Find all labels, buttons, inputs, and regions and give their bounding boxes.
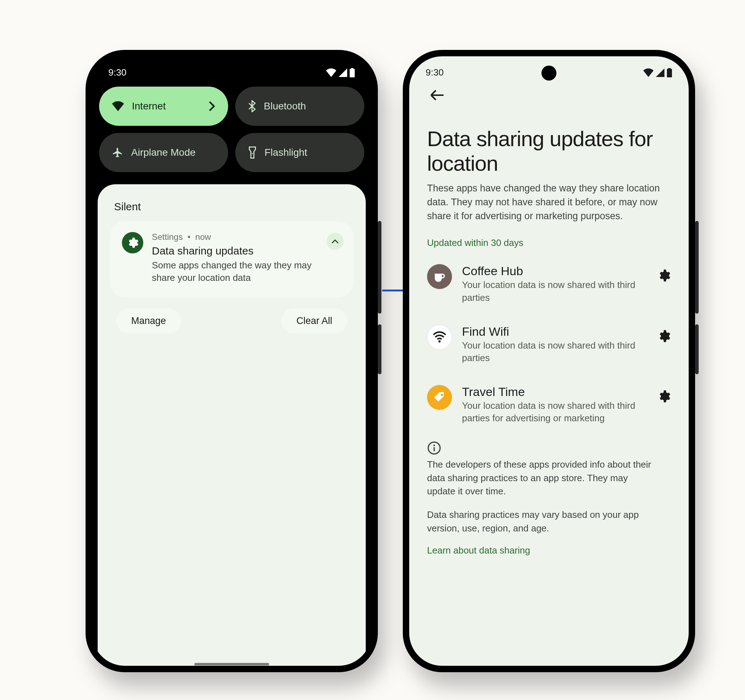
status-bar: 9:30 bbox=[92, 56, 371, 82]
gear-icon bbox=[657, 329, 671, 343]
notification-time: now bbox=[195, 232, 211, 242]
app-settings-button[interactable] bbox=[657, 389, 671, 404]
status-icons bbox=[326, 68, 355, 77]
qs-tile-label: Internet bbox=[132, 100, 166, 112]
power-button bbox=[378, 325, 381, 374]
footnote-1: The developers of these apps provided in… bbox=[427, 458, 655, 498]
notification-shade: Silent Settings • now Data sharing updat bbox=[98, 184, 366, 666]
svg-rect-4 bbox=[434, 447, 435, 451]
phone-notification-shade: 9:30 Internet Bluetooth bbox=[85, 50, 378, 672]
wifi-icon bbox=[112, 101, 124, 111]
wifi-icon bbox=[643, 69, 654, 77]
find-wifi-app-icon bbox=[427, 325, 452, 350]
volume-rocker bbox=[695, 221, 699, 314]
flashlight-icon bbox=[248, 147, 257, 159]
qs-tile-bluetooth[interactable]: Bluetooth bbox=[235, 87, 364, 126]
manage-button[interactable]: Manage bbox=[116, 308, 181, 334]
coffee-hub-app-icon bbox=[427, 264, 452, 289]
qs-tile-label: Airplane Mode bbox=[131, 147, 196, 158]
gear-icon bbox=[657, 389, 671, 404]
app-settings-button[interactable] bbox=[657, 268, 671, 283]
app-name: Find Wifi bbox=[462, 325, 646, 339]
qs-tile-airplane[interactable]: Airplane Mode bbox=[99, 133, 228, 172]
app-row-travel-time[interactable]: Travel Time Your location data is now sh… bbox=[427, 377, 671, 437]
info-icon bbox=[427, 441, 671, 455]
page-title: Data sharing updates for location bbox=[427, 127, 671, 176]
app-row-find-wifi[interactable]: Find Wifi Your location data is now shar… bbox=[427, 317, 671, 377]
status-time: 9:30 bbox=[426, 67, 444, 78]
travel-time-app-icon bbox=[427, 385, 452, 410]
notification-app-name: Settings bbox=[152, 232, 183, 242]
notification-meta: Settings • now bbox=[152, 232, 337, 242]
gear-icon bbox=[127, 237, 139, 249]
wifi-icon bbox=[432, 331, 447, 343]
app-settings-button[interactable] bbox=[657, 329, 671, 343]
qs-tile-label: Flashlight bbox=[265, 147, 307, 158]
notification-title: Data sharing updates bbox=[152, 245, 337, 257]
section-header: Updated within 30 days bbox=[427, 237, 671, 248]
page-subtitle: These apps have changed the way they sha… bbox=[427, 181, 671, 223]
volume-rocker bbox=[378, 221, 381, 314]
back-button[interactable] bbox=[427, 82, 671, 105]
quick-settings-grid: Internet Bluetooth Airplane Mode Flashli… bbox=[92, 82, 371, 177]
status-icons bbox=[643, 68, 672, 77]
svg-point-3 bbox=[434, 444, 435, 446]
qs-tile-label: Bluetooth bbox=[264, 100, 306, 112]
silent-section-header: Silent bbox=[114, 200, 354, 213]
battery-icon bbox=[349, 68, 355, 77]
gesture-handle[interactable] bbox=[194, 663, 269, 666]
notification-body: Some apps changed the way they may share… bbox=[152, 259, 337, 284]
battery-icon bbox=[667, 68, 672, 77]
app-desc: Your location data is now shared with th… bbox=[462, 339, 640, 364]
coffee-cup-icon bbox=[432, 269, 447, 284]
phone-data-sharing-detail: 9:30 Data sharing updates for location T… bbox=[403, 50, 695, 672]
qs-tile-internet[interactable]: Internet bbox=[99, 87, 228, 126]
gear-icon bbox=[657, 268, 671, 283]
expand-button[interactable] bbox=[326, 233, 344, 250]
arrow-left-icon bbox=[430, 89, 444, 102]
svg-point-1 bbox=[438, 340, 441, 342]
tag-icon bbox=[432, 390, 447, 405]
camera-cutout bbox=[542, 66, 557, 81]
app-desc: Your location data is now shared with th… bbox=[462, 399, 640, 425]
airplane-icon bbox=[112, 147, 123, 158]
cell-signal-icon bbox=[339, 69, 347, 77]
app-name: Travel Time bbox=[462, 385, 646, 399]
chevron-up-icon bbox=[332, 239, 339, 244]
app-name: Coffee Hub bbox=[462, 264, 646, 278]
app-row-coffee-hub[interactable]: Coffee Hub Your location data is now sha… bbox=[427, 256, 671, 317]
qs-tile-flashlight[interactable]: Flashlight bbox=[235, 133, 364, 172]
app-desc: Your location data is now shared with th… bbox=[462, 279, 640, 304]
clear-all-button[interactable]: Clear All bbox=[281, 308, 347, 334]
notification-data-sharing[interactable]: Settings • now Data sharing updates Some… bbox=[110, 221, 354, 298]
settings-app-icon bbox=[122, 232, 143, 253]
power-button bbox=[695, 325, 699, 374]
learn-more-link[interactable]: Learn about data sharing bbox=[427, 545, 671, 556]
status-time: 9:30 bbox=[108, 67, 127, 78]
bluetooth-icon bbox=[248, 100, 256, 112]
footnote-2: Data sharing practices may vary based on… bbox=[427, 508, 655, 535]
cell-signal-icon bbox=[656, 69, 664, 77]
wifi-icon bbox=[326, 69, 337, 77]
chevron-right-icon bbox=[209, 101, 215, 111]
